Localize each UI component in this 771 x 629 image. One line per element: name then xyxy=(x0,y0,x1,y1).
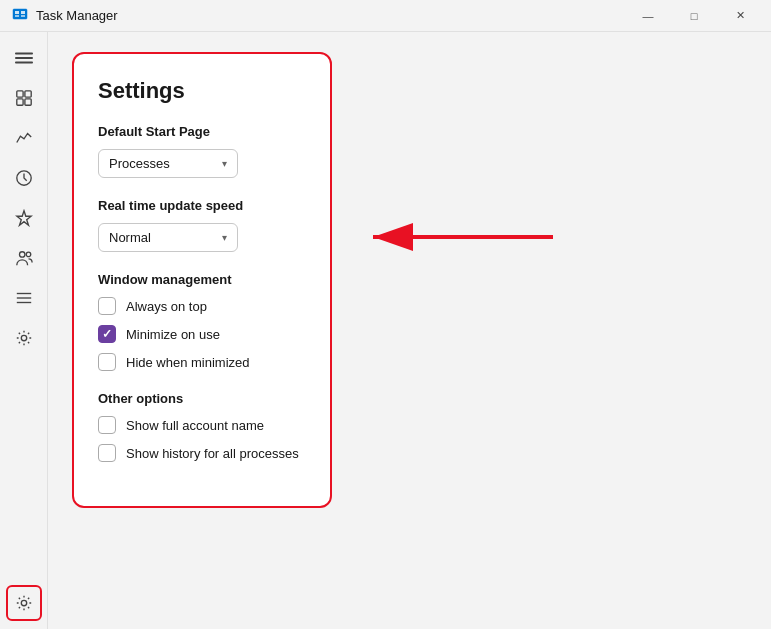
svg-rect-2 xyxy=(21,11,25,14)
svg-rect-8 xyxy=(16,91,22,97)
svg-rect-10 xyxy=(16,99,22,105)
hide-when-minimized-checkbox[interactable] xyxy=(98,353,116,371)
sidebar-item-startup[interactable] xyxy=(6,200,42,236)
update-speed-section: Real time update speed Normal ▾ xyxy=(98,198,306,252)
default-start-page-label: Default Start Page xyxy=(98,124,306,139)
always-on-top-checkbox[interactable] xyxy=(98,297,116,315)
sidebar-bottom xyxy=(6,585,42,621)
default-start-page-value: Processes xyxy=(109,156,170,171)
sidebar-item-performance[interactable] xyxy=(6,120,42,156)
minimize-on-use-row: Minimize on use xyxy=(98,325,306,343)
svg-rect-7 xyxy=(15,62,33,64)
svg-rect-11 xyxy=(24,99,30,105)
svg-point-19 xyxy=(21,600,26,605)
update-speed-dropdown[interactable]: Normal ▾ xyxy=(98,223,238,252)
window-management-label: Window management xyxy=(98,272,306,287)
always-on-top-label: Always on top xyxy=(126,299,207,314)
sidebar-item-processes[interactable] xyxy=(6,80,42,116)
main-layout: Settings Default Start Page Processes ▾ … xyxy=(0,32,771,629)
other-options-label: Other options xyxy=(98,391,306,406)
show-full-account-row: Show full account name xyxy=(98,416,306,434)
hide-when-minimized-row: Hide when minimized xyxy=(98,353,306,371)
sidebar-item-users[interactable] xyxy=(6,240,42,276)
update-speed-value: Normal xyxy=(109,230,151,245)
svg-rect-4 xyxy=(21,15,25,17)
show-history-checkbox[interactable] xyxy=(98,444,116,462)
svg-rect-5 xyxy=(15,53,33,55)
other-options-section: Other options Show full account name Sho… xyxy=(98,391,306,462)
sidebar-item-history[interactable] xyxy=(6,160,42,196)
show-full-account-checkbox[interactable] xyxy=(98,416,116,434)
app-title: Task Manager xyxy=(36,8,118,23)
svg-point-13 xyxy=(19,252,24,257)
default-start-page-dropdown[interactable]: Processes ▾ xyxy=(98,149,238,178)
sidebar-item-settings[interactable] xyxy=(6,585,42,621)
settings-title: Settings xyxy=(98,78,306,104)
window-management-section: Window management Always on top Minimize… xyxy=(98,272,306,371)
settings-card: Settings Default Start Page Processes ▾ … xyxy=(72,52,332,508)
hide-when-minimized-label: Hide when minimized xyxy=(126,355,250,370)
svg-rect-9 xyxy=(24,91,30,97)
svg-rect-1 xyxy=(15,11,19,14)
svg-rect-6 xyxy=(15,57,33,59)
maximize-button[interactable]: □ xyxy=(671,0,717,32)
title-bar-left: Task Manager xyxy=(12,8,118,24)
title-bar: Task Manager — □ ✕ xyxy=(0,0,771,32)
svg-point-14 xyxy=(26,252,31,257)
app-icon xyxy=(12,8,28,24)
svg-rect-3 xyxy=(15,15,19,17)
show-full-account-label: Show full account name xyxy=(126,418,264,433)
content-area: Settings Default Start Page Processes ▾ … xyxy=(48,32,771,629)
minimize-button[interactable]: — xyxy=(625,0,671,32)
sidebar-item-menu[interactable] xyxy=(6,40,42,76)
update-speed-label: Real time update speed xyxy=(98,198,306,213)
arrow-annotation xyxy=(358,207,558,270)
always-on-top-row: Always on top xyxy=(98,297,306,315)
minimize-on-use-label: Minimize on use xyxy=(126,327,220,342)
chevron-down-icon-2: ▾ xyxy=(222,232,227,243)
close-button[interactable]: ✕ xyxy=(717,0,763,32)
show-history-row: Show history for all processes xyxy=(98,444,306,462)
sidebar-item-services[interactable] xyxy=(6,320,42,356)
minimize-on-use-checkbox[interactable] xyxy=(98,325,116,343)
sidebar-item-details[interactable] xyxy=(6,280,42,316)
svg-point-18 xyxy=(21,335,26,340)
sidebar xyxy=(0,32,48,629)
window-controls: — □ ✕ xyxy=(625,0,763,32)
default-start-page-section: Default Start Page Processes ▾ xyxy=(98,124,306,178)
chevron-down-icon: ▾ xyxy=(222,158,227,169)
show-history-label: Show history for all processes xyxy=(126,446,299,461)
